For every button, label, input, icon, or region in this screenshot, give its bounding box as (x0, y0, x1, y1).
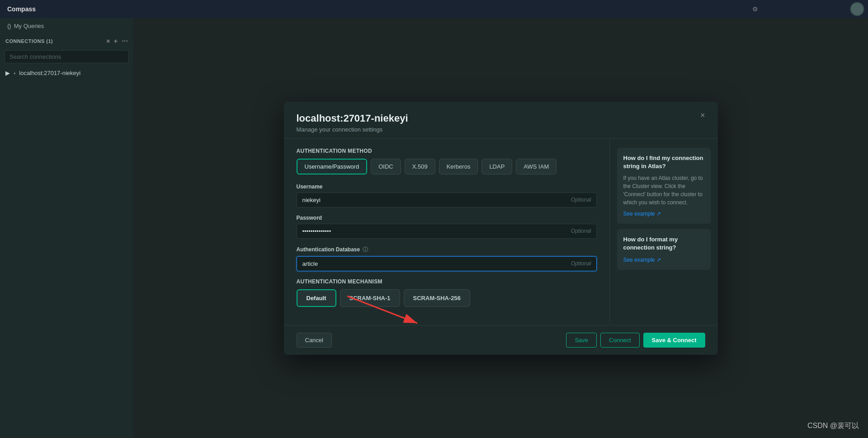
help-card-2-link[interactable]: See example ↗ (623, 257, 661, 263)
help-card-atlas-string: How do I find my connection string in At… (617, 148, 711, 224)
auth-db-info-icon: ⓘ (363, 246, 368, 254)
auth-db-input[interactable] (297, 256, 597, 271)
modal-main-content: Authentication Method Username/Password … (284, 139, 609, 325)
sidebar: {} My Queries CONNECTIONS (1) × + ⋯ ▶ ▪ … (0, 18, 133, 438)
cancel-button[interactable]: Cancel (297, 333, 332, 348)
modal-close-button[interactable]: × (697, 109, 709, 122)
more-options-icon[interactable]: ⋯ (122, 38, 128, 45)
help-card-format-string: How do I format my connection string? Se… (617, 229, 711, 270)
help-card-1-title: How do I find my connection string in At… (623, 154, 704, 170)
connection-name: localhost:27017-niekeyi (19, 70, 80, 76)
auth-btn-username-password[interactable]: Username/Password (297, 159, 368, 174)
modal-overlay: localhost:27017-niekeyi Manage your conn… (133, 18, 868, 438)
sidebar-item-my-queries[interactable]: {} My Queries (0, 18, 133, 34)
auth-db-field-group: Authentication Database ⓘ Optional (297, 246, 597, 271)
username-label: Username (297, 184, 597, 190)
auth-btn-aws-iam[interactable]: AWS IAM (516, 159, 557, 174)
auth-db-label: Authentication Database ⓘ (297, 246, 597, 254)
auth-btn-x509[interactable]: X.509 (405, 159, 435, 174)
mechanism-buttons: Default SCRAM-SHA-1 SCRAM-SHA-256 (297, 289, 597, 307)
app-title: Compass (7, 5, 36, 13)
help-card-1-text: If you have an Atlas cluster, go to the … (623, 174, 704, 207)
modal: localhost:27017-niekeyi Manage your conn… (284, 102, 718, 355)
username-input[interactable] (297, 193, 597, 207)
password-input-wrapper: Optional (297, 224, 597, 239)
gear-icon[interactable]: ⚙ (752, 5, 758, 13)
modal-title: localhost:27017-niekeyi (297, 113, 705, 124)
auth-btn-ldap[interactable]: LDAP (481, 159, 512, 174)
auth-btn-oidc[interactable]: OIDC (371, 159, 401, 174)
avatar (850, 2, 864, 16)
save-button[interactable]: Save (566, 333, 597, 348)
connections-header: CONNECTIONS (1) × + ⋯ (0, 34, 133, 48)
modal-help-sidebar: How do I find my connection string in At… (609, 139, 718, 325)
footer-right-buttons: Save Connect Save & Connect (566, 333, 705, 348)
auth-method-label: Authentication Method (297, 148, 597, 154)
auth-method-buttons: Username/Password OIDC X.509 Kerberos LD… (297, 159, 597, 174)
db-icon: ▪ (14, 70, 15, 76)
top-bar: Compass ⚙ + (0, 0, 868, 18)
my-queries-label: My Queries (14, 23, 44, 29)
password-field-group: Password Optional (297, 215, 597, 239)
mechanism-btn-scram-sha-256[interactable]: SCRAM-SHA-256 (404, 289, 470, 307)
add-connection-icon[interactable]: + (114, 38, 118, 45)
password-label: Password (297, 215, 597, 221)
my-queries-icon: {} (7, 23, 11, 29)
auth-db-input-wrapper: Optional (297, 256, 597, 271)
connection-item[interactable]: ▶ ▪ localhost:27017-niekeyi (0, 67, 133, 79)
connect-button[interactable]: Connect (600, 333, 639, 348)
mechanism-btn-scram-sha-1[interactable]: SCRAM-SHA-1 (340, 289, 400, 307)
help-card-2-title: How do I format my connection string? (623, 235, 704, 252)
help-card-1-link[interactable]: See example ↗ (623, 211, 661, 217)
content-area: localhost:27017-niekeyi Manage your conn… (133, 18, 868, 438)
username-field-group: Username Optional (297, 184, 597, 207)
watermark: CSDN @裴可以 (807, 421, 859, 431)
expand-icon: ▶ (5, 70, 10, 76)
auth-method-section: Authentication Method Username/Password … (297, 148, 597, 174)
close-connections-icon[interactable]: × (106, 38, 110, 45)
auth-mechanism-section: Authentication Mechanism Default SCRAM-S… (297, 278, 597, 307)
search-connections-input[interactable] (5, 50, 129, 63)
main-layout: {} My Queries CONNECTIONS (1) × + ⋯ ▶ ▪ … (0, 18, 868, 438)
modal-body: Authentication Method Username/Password … (284, 139, 718, 325)
modal-subtitle: Manage your connection settings (297, 126, 705, 133)
save-connect-button[interactable]: Save & Connect (643, 333, 705, 348)
username-input-wrapper: Optional (297, 193, 597, 207)
connections-title: CONNECTIONS (1) (5, 38, 106, 44)
auth-btn-kerberos[interactable]: Kerberos (439, 159, 478, 174)
modal-header: localhost:27017-niekeyi Manage your conn… (284, 102, 718, 139)
mechanism-btn-default[interactable]: Default (297, 289, 336, 307)
auth-mechanism-label: Authentication Mechanism (297, 278, 597, 285)
password-input[interactable] (297, 224, 597, 239)
modal-footer: Cancel Save Connect Save & Connect (284, 325, 718, 355)
connections-header-icons: × + ⋯ (106, 38, 128, 45)
